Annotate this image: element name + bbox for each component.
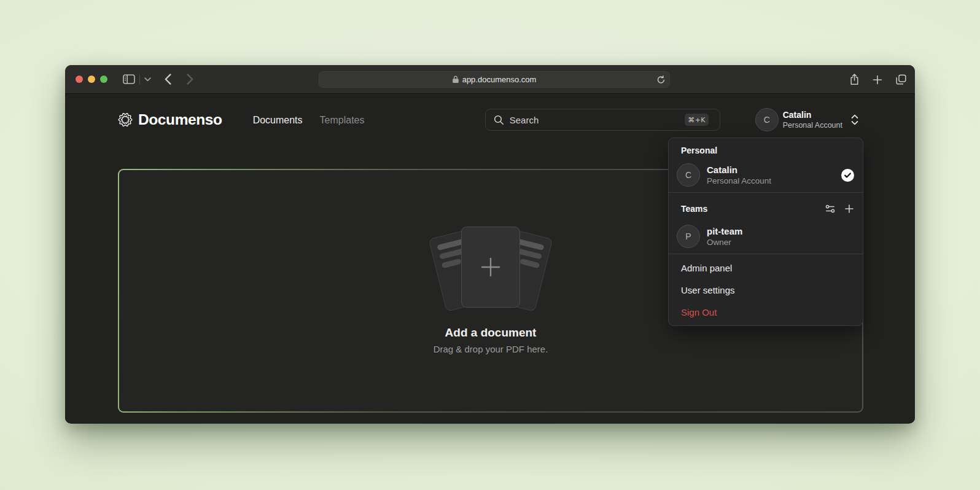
- text-line-bar: [519, 259, 540, 268]
- reload-button[interactable]: [657, 76, 665, 84]
- team-avatar: P: [677, 225, 700, 248]
- team-role: Owner: [707, 237, 742, 247]
- titlebar-right-controls: [847, 65, 908, 94]
- brand-wordmark: Documenso: [138, 111, 222, 128]
- forward-button[interactable]: [181, 71, 198, 87]
- share-icon: [850, 74, 859, 85]
- chevrons-up-down-icon: [851, 114, 858, 126]
- menu-item-user-settings[interactable]: User settings: [669, 279, 863, 301]
- team-name: pit-team: [707, 225, 742, 237]
- text-line-bar: [441, 259, 462, 268]
- plus-icon: [481, 257, 500, 277]
- sidebar-icon: [123, 74, 135, 84]
- tab-group-picker-button[interactable]: [142, 71, 153, 87]
- nav-documents[interactable]: Documents: [253, 115, 303, 126]
- personal-subtitle: Personal Account: [707, 176, 771, 186]
- text-line-bar: [517, 248, 542, 259]
- documenso-logo-icon: [118, 112, 133, 127]
- sidebar-toggle-button[interactable]: [120, 71, 138, 87]
- lock-icon: [453, 76, 459, 84]
- address-bar[interactable]: app.documenso.com: [319, 71, 670, 88]
- back-button[interactable]: [159, 71, 176, 87]
- create-team-button[interactable]: [845, 204, 854, 213]
- manage-teams-button[interactable]: [825, 204, 835, 214]
- menu-item-admin-panel[interactable]: Admin panel: [669, 257, 863, 279]
- account-dropdown-menu: Personal C Catalin Personal Account Team…: [668, 138, 863, 326]
- personal-info: Catalin Personal Account: [707, 164, 771, 186]
- add-document-card: [461, 227, 520, 308]
- menu-actions: Admin panel User settings Sign Out: [669, 254, 863, 325]
- dropzone-title: Add a document: [445, 326, 537, 340]
- search-placeholder: Search: [510, 115, 539, 125]
- traffic-lights: [76, 76, 107, 83]
- personal-name: Catalin: [707, 164, 771, 176]
- menu-section-personal: Personal: [669, 143, 863, 158]
- search-shortcut-badge: ⌘+K: [685, 114, 708, 126]
- menu-item-sign-out[interactable]: Sign Out: [669, 301, 863, 323]
- chevron-left-icon: [165, 74, 171, 85]
- search-input[interactable]: Search ⌘+K: [485, 109, 720, 131]
- toolbar-separator: [139, 74, 140, 85]
- personal-avatar: C: [677, 163, 700, 187]
- account-menu-trigger[interactable]: C Catalin Personal Account: [755, 108, 858, 131]
- minimize-button[interactable]: [88, 76, 95, 83]
- browser-window: app.documenso.com: [65, 65, 915, 424]
- teams-actions: [825, 204, 854, 214]
- account-avatar: C: [755, 108, 779, 131]
- menu-divider: [669, 192, 863, 193]
- sidebar-control: [117, 71, 157, 88]
- menu-item-team[interactable]: P pit-team Owner: [669, 219, 863, 254]
- tab-overview-button[interactable]: [893, 72, 908, 87]
- account-info: Catalin Personal Account: [783, 110, 842, 130]
- account-subtitle: Personal Account: [783, 120, 842, 130]
- dropzone-subtitle: Drag & drop your PDF here.: [434, 344, 548, 354]
- url-text: app.documenso.com: [462, 75, 537, 84]
- team-info: pit-team Owner: [707, 225, 742, 247]
- share-button[interactable]: [847, 72, 861, 87]
- new-tab-button[interactable]: [870, 72, 885, 87]
- menu-section-teams: Teams: [669, 201, 863, 216]
- settings-sliders-icon: [825, 204, 835, 214]
- tab-overview-icon: [896, 74, 906, 85]
- close-button[interactable]: [76, 76, 83, 83]
- nav-links: Documents Templates: [253, 115, 365, 126]
- zoom-button[interactable]: [100, 76, 107, 83]
- app-page: Documenso Documents Templates Search ⌘+K…: [65, 94, 915, 423]
- teams-label: Teams: [681, 204, 707, 214]
- browser-titlebar: app.documenso.com: [65, 65, 915, 94]
- plus-icon: [873, 75, 882, 85]
- documents-stack-icon: [423, 222, 558, 314]
- chevron-right-icon: [187, 74, 193, 85]
- menu-item-personal-account[interactable]: C Catalin Personal Account: [669, 158, 863, 192]
- selected-check-icon: [841, 169, 854, 182]
- search-icon: [494, 115, 504, 125]
- nav-templates[interactable]: Templates: [320, 115, 365, 126]
- brand[interactable]: Documenso: [118, 111, 222, 128]
- add-team-plus-icon: [845, 204, 854, 213]
- chevron-down-icon: [144, 77, 151, 82]
- account-name: Catalin: [783, 110, 842, 120]
